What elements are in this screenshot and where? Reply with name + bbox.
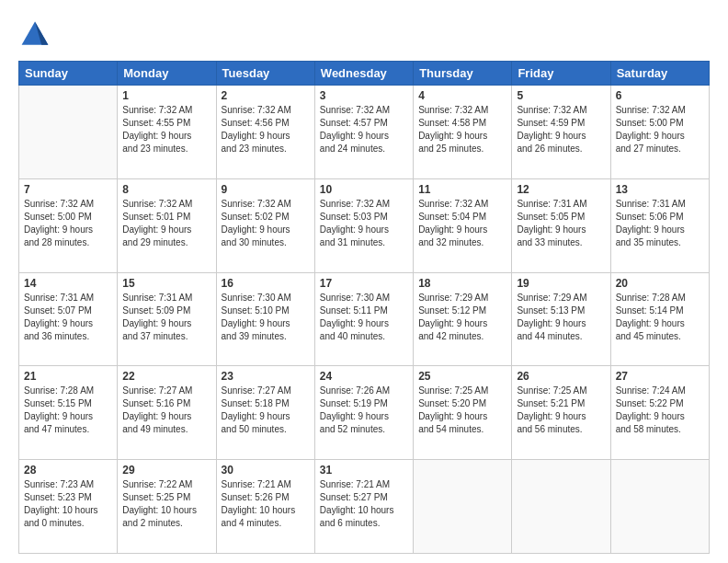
calendar-cell — [512, 460, 610, 554]
cell-content: Sunrise: 7:29 AMSunset: 5:12 PMDaylight:… — [418, 292, 506, 343]
calendar-table: SundayMondayTuesdayWednesdayThursdayFrid… — [18, 61, 710, 554]
calendar-cell — [19, 86, 118, 179]
header-day: Friday — [512, 62, 610, 86]
cell-content: Sunrise: 7:27 AMSunset: 5:18 PMDaylight:… — [222, 385, 310, 436]
day-number: 11 — [418, 183, 506, 196]
cell-content: Sunrise: 7:21 AMSunset: 5:27 PMDaylight:… — [320, 478, 408, 530]
calendar-cell: 18Sunrise: 7:29 AMSunset: 5:12 PMDayligh… — [414, 272, 512, 366]
cell-content: Sunrise: 7:32 AMSunset: 5:02 PMDaylight:… — [222, 198, 310, 249]
calendar-cell: 21Sunrise: 7:28 AMSunset: 5:15 PMDayligh… — [19, 366, 118, 460]
cell-content: Sunrise: 7:31 AMSunset: 5:05 PMDaylight:… — [517, 198, 605, 249]
calendar-cell: 15Sunrise: 7:31 AMSunset: 5:09 PMDayligh… — [118, 272, 216, 366]
day-number: 14 — [24, 277, 112, 290]
day-number: 27 — [616, 370, 704, 383]
cell-content: Sunrise: 7:31 AMSunset: 5:07 PMDaylight:… — [24, 292, 112, 343]
calendar-cell: 5Sunrise: 7:32 AMSunset: 4:59 PMDaylight… — [512, 86, 610, 179]
calendar-cell: 23Sunrise: 7:27 AMSunset: 5:18 PMDayligh… — [216, 366, 314, 460]
cell-content: Sunrise: 7:31 AMSunset: 5:09 PMDaylight:… — [122, 292, 210, 343]
calendar-cell: 6Sunrise: 7:32 AMSunset: 5:00 PMDaylight… — [610, 86, 709, 179]
cell-content: Sunrise: 7:32 AMSunset: 4:55 PMDaylight:… — [122, 104, 210, 155]
cell-content: Sunrise: 7:29 AMSunset: 5:13 PMDaylight:… — [517, 292, 605, 343]
week-row: 7Sunrise: 7:32 AMSunset: 5:00 PMDaylight… — [19, 178, 710, 272]
cell-content: Sunrise: 7:32 AMSunset: 5:04 PMDaylight:… — [418, 198, 506, 249]
calendar-cell — [414, 460, 512, 554]
day-number: 6 — [616, 89, 704, 102]
day-number: 3 — [320, 89, 408, 102]
day-number: 10 — [320, 183, 408, 196]
cell-content: Sunrise: 7:28 AMSunset: 5:15 PMDaylight:… — [24, 385, 112, 436]
day-number: 8 — [122, 183, 210, 196]
cell-content: Sunrise: 7:32 AMSunset: 4:57 PMDaylight:… — [320, 104, 408, 155]
week-row: 21Sunrise: 7:28 AMSunset: 5:15 PMDayligh… — [19, 366, 710, 460]
calendar-cell: 26Sunrise: 7:25 AMSunset: 5:21 PMDayligh… — [512, 366, 610, 460]
header-day: Tuesday — [216, 62, 314, 86]
cell-content: Sunrise: 7:31 AMSunset: 5:06 PMDaylight:… — [616, 198, 704, 249]
cell-content: Sunrise: 7:26 AMSunset: 5:19 PMDaylight:… — [320, 385, 408, 436]
day-number: 31 — [320, 464, 408, 477]
day-number: 20 — [616, 277, 704, 290]
day-number: 1 — [122, 89, 210, 102]
calendar-cell: 7Sunrise: 7:32 AMSunset: 5:00 PMDaylight… — [19, 178, 118, 272]
day-number: 5 — [517, 89, 605, 102]
calendar-cell: 25Sunrise: 7:25 AMSunset: 5:20 PMDayligh… — [414, 366, 512, 460]
day-number: 13 — [616, 183, 704, 196]
calendar-cell: 3Sunrise: 7:32 AMSunset: 4:57 PMDaylight… — [314, 86, 413, 179]
calendar-cell: 17Sunrise: 7:30 AMSunset: 5:11 PMDayligh… — [314, 272, 413, 366]
day-number: 12 — [517, 183, 605, 196]
day-number: 15 — [122, 277, 210, 290]
cell-content: Sunrise: 7:25 AMSunset: 5:21 PMDaylight:… — [517, 385, 605, 436]
header — [18, 18, 710, 52]
day-number: 28 — [24, 464, 112, 477]
calendar-cell: 1Sunrise: 7:32 AMSunset: 4:55 PMDaylight… — [118, 86, 216, 179]
day-number: 21 — [24, 370, 112, 383]
logo-icon — [18, 18, 51, 52]
calendar-cell: 22Sunrise: 7:27 AMSunset: 5:16 PMDayligh… — [118, 366, 216, 460]
calendar-cell: 27Sunrise: 7:24 AMSunset: 5:22 PMDayligh… — [610, 366, 709, 460]
logo — [18, 18, 55, 52]
day-number: 4 — [418, 89, 506, 102]
week-row: 28Sunrise: 7:23 AMSunset: 5:23 PMDayligh… — [19, 460, 710, 554]
header-day: Monday — [118, 62, 216, 86]
calendar-cell: 16Sunrise: 7:30 AMSunset: 5:10 PMDayligh… — [216, 272, 314, 366]
calendar-cell: 9Sunrise: 7:32 AMSunset: 5:02 PMDaylight… — [216, 178, 314, 272]
day-number: 22 — [122, 370, 210, 383]
cell-content: Sunrise: 7:24 AMSunset: 5:22 PMDaylight:… — [616, 385, 704, 436]
day-number: 16 — [222, 277, 310, 290]
cell-content: Sunrise: 7:21 AMSunset: 5:26 PMDaylight:… — [222, 478, 310, 530]
cell-content: Sunrise: 7:32 AMSunset: 4:59 PMDaylight:… — [517, 104, 605, 155]
cell-content: Sunrise: 7:27 AMSunset: 5:16 PMDaylight:… — [122, 385, 210, 436]
day-number: 19 — [517, 277, 605, 290]
day-number: 9 — [222, 183, 310, 196]
calendar-cell: 4Sunrise: 7:32 AMSunset: 4:58 PMDaylight… — [414, 86, 512, 179]
day-number: 26 — [517, 370, 605, 383]
calendar-cell — [610, 460, 709, 554]
calendar-cell: 10Sunrise: 7:32 AMSunset: 5:03 PMDayligh… — [314, 178, 413, 272]
calendar-cell: 11Sunrise: 7:32 AMSunset: 5:04 PMDayligh… — [414, 178, 512, 272]
week-row: 1Sunrise: 7:32 AMSunset: 4:55 PMDaylight… — [19, 86, 710, 179]
calendar-cell: 19Sunrise: 7:29 AMSunset: 5:13 PMDayligh… — [512, 272, 610, 366]
cell-content: Sunrise: 7:32 AMSunset: 4:56 PMDaylight:… — [222, 104, 310, 155]
calendar-cell: 2Sunrise: 7:32 AMSunset: 4:56 PMDaylight… — [216, 86, 314, 179]
cell-content: Sunrise: 7:25 AMSunset: 5:20 PMDaylight:… — [418, 385, 506, 436]
day-number: 25 — [418, 370, 506, 383]
calendar-cell: 20Sunrise: 7:28 AMSunset: 5:14 PMDayligh… — [610, 272, 709, 366]
calendar-cell: 30Sunrise: 7:21 AMSunset: 5:26 PMDayligh… — [216, 460, 314, 554]
page: SundayMondayTuesdayWednesdayThursdayFrid… — [0, 0, 728, 563]
calendar-cell: 13Sunrise: 7:31 AMSunset: 5:06 PMDayligh… — [610, 178, 709, 272]
cell-content: Sunrise: 7:30 AMSunset: 5:11 PMDaylight:… — [320, 292, 408, 343]
calendar-cell: 12Sunrise: 7:31 AMSunset: 5:05 PMDayligh… — [512, 178, 610, 272]
cell-content: Sunrise: 7:32 AMSunset: 4:58 PMDaylight:… — [418, 104, 506, 155]
header-row: SundayMondayTuesdayWednesdayThursdayFrid… — [19, 62, 710, 86]
calendar-cell: 24Sunrise: 7:26 AMSunset: 5:19 PMDayligh… — [314, 366, 413, 460]
header-day: Wednesday — [314, 62, 413, 86]
day-number: 24 — [320, 370, 408, 383]
header-day: Sunday — [19, 62, 118, 86]
day-number: 2 — [222, 89, 310, 102]
header-day: Saturday — [610, 62, 709, 86]
day-number: 17 — [320, 277, 408, 290]
calendar-cell: 8Sunrise: 7:32 AMSunset: 5:01 PMDaylight… — [118, 178, 216, 272]
day-number: 7 — [24, 183, 112, 196]
day-number: 30 — [222, 464, 310, 477]
calendar-cell: 29Sunrise: 7:22 AMSunset: 5:25 PMDayligh… — [118, 460, 216, 554]
day-number: 18 — [418, 277, 506, 290]
